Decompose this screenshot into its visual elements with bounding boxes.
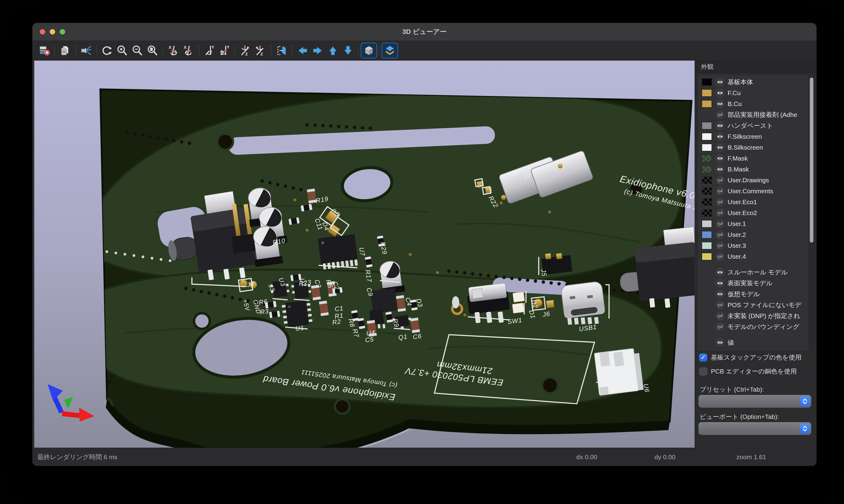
- visibility-off-icon[interactable]: [716, 301, 725, 309]
- value-row[interactable]: 値: [697, 337, 809, 348]
- layer-row[interactable]: User.4: [697, 251, 809, 262]
- scrollbar-thumb[interactable]: [810, 77, 813, 242]
- 3d-viewport-canvas[interactable]: Exidiophone v6.0 Audio Board(c) Tomoya M…: [34, 60, 694, 448]
- viewport-select[interactable]: [699, 422, 811, 435]
- layer-color-swatch[interactable]: [702, 155, 712, 162]
- redraw-button[interactable]: [100, 43, 115, 58]
- rotate-x-counterclockwise-button[interactable]: X: [181, 43, 196, 58]
- layer-row[interactable]: User.Comments: [697, 186, 809, 197]
- layer-row[interactable]: ハンダペースト: [697, 120, 809, 131]
- visibility-on-icon[interactable]: [716, 88, 725, 97]
- layer-row[interactable]: F.Silkscreen: [697, 131, 809, 142]
- checkbox-icon[interactable]: ✓: [699, 354, 707, 362]
- rotate-x-clockwise-button[interactable]: X: [166, 43, 181, 58]
- pan-right-button[interactable]: [310, 43, 325, 58]
- visibility-on-icon[interactable]: [716, 165, 725, 174]
- layer-color-swatch[interactable]: [702, 100, 712, 108]
- model-row[interactable]: POS ファイルにないモデ: [697, 300, 809, 310]
- visibility-on-icon[interactable]: [716, 268, 725, 277]
- model-row[interactable]: モデルのバウンディング: [697, 321, 809, 332]
- visibility-on-icon[interactable]: [716, 338, 725, 347]
- appearance-panel-toggle-button[interactable]: [382, 43, 397, 58]
- visibility-on-icon[interactable]: [716, 121, 725, 130]
- layer-row[interactable]: 基板本体: [697, 77, 809, 88]
- visibility-on-icon[interactable]: [716, 100, 725, 108]
- layer-color-swatch[interactable]: [702, 187, 712, 195]
- layer-row[interactable]: B.Cu: [697, 98, 809, 109]
- model-row[interactable]: スルーホール モデル: [697, 267, 809, 278]
- checkbox-icon[interactable]: ✓: [699, 367, 707, 376]
- use-stackup-colors-checkbox[interactable]: ✓ 基板スタックアップの色を使用: [699, 353, 801, 362]
- layer-color-swatch[interactable]: [702, 133, 712, 140]
- pan-left-button[interactable]: [295, 43, 310, 58]
- stepper-icon[interactable]: [800, 396, 810, 407]
- layer-row[interactable]: B.Silkscreen: [697, 142, 809, 153]
- zoom-in-button[interactable]: [115, 43, 130, 58]
- pan-down-button[interactable]: [341, 43, 356, 58]
- layer-row[interactable]: User.Drawings: [697, 175, 809, 186]
- reload-board-button[interactable]: [37, 43, 52, 58]
- visibility-on-icon[interactable]: [716, 154, 725, 163]
- layer-row[interactable]: User.Eco2: [697, 208, 809, 218]
- layer-row[interactable]: B.Mask: [697, 164, 809, 175]
- model-label: POS ファイルにないモデ: [728, 301, 802, 309]
- layer-color-swatch[interactable]: [702, 253, 712, 260]
- layer-color-swatch[interactable]: [702, 198, 712, 206]
- visibility-off-icon[interactable]: [716, 311, 725, 321]
- visibility-on-icon[interactable]: [716, 278, 725, 288]
- visibility-off-icon[interactable]: [716, 252, 725, 261]
- layer-row[interactable]: User.Eco1: [697, 197, 809, 208]
- preset-select[interactable]: [699, 395, 811, 408]
- layer-color-swatch[interactable]: [702, 220, 712, 228]
- layer-color-swatch[interactable]: [702, 78, 712, 86]
- layer-row[interactable]: F.Mask: [697, 153, 809, 164]
- layer-color-swatch[interactable]: [702, 144, 712, 151]
- rotate-y-counterclockwise-button[interactable]: Y: [217, 43, 232, 58]
- model-row[interactable]: 仮想モデル: [697, 289, 809, 300]
- visibility-off-icon[interactable]: [716, 197, 725, 206]
- layer-color-swatch[interactable]: [702, 242, 712, 249]
- model-row[interactable]: 未実装 (DNP) が指定され: [697, 310, 809, 321]
- visibility-off-icon[interactable]: [716, 322, 725, 331]
- visibility-off-icon[interactable]: [716, 186, 725, 196]
- rotate-y-clockwise-button[interactable]: Y: [202, 43, 217, 58]
- pan-up-button[interactable]: [325, 43, 341, 58]
- visibility-on-icon[interactable]: [716, 132, 725, 141]
- appearance-layer-list[interactable]: 基板本体F.CuB.Cu部品実装用接着剤 (AdheハンダペーストF.Silks…: [697, 74, 815, 352]
- flip-board-button[interactable]: [274, 43, 289, 58]
- visibility-off-icon[interactable]: [716, 219, 725, 228]
- layer-row[interactable]: User.3: [697, 240, 809, 251]
- zoom-to-fit-button[interactable]: [145, 43, 160, 58]
- 3d-viewport[interactable]: Exidiophone v6.0 Audio Board(c) Tomoya M…: [34, 60, 694, 448]
- model-row[interactable]: 表面実装モデル: [697, 278, 809, 289]
- layer-color-swatch[interactable]: [702, 89, 712, 96]
- visibility-on-icon[interactable]: [716, 143, 725, 152]
- svg-text:R6: R6: [258, 298, 268, 306]
- layer-color-swatch[interactable]: [702, 122, 712, 129]
- render-current-view-button[interactable]: [79, 43, 94, 58]
- use-pcb-editor-copper-checkbox[interactable]: ✓ PCB エディターの銅色を使用: [699, 367, 797, 376]
- visibility-on-icon[interactable]: [716, 290, 725, 299]
- layer-color-swatch[interactable]: [702, 231, 712, 238]
- visibility-off-icon[interactable]: [716, 230, 725, 239]
- visibility-off-icon[interactable]: [716, 241, 725, 250]
- layer-row[interactable]: 部品実装用接着剤 (Adhe: [697, 109, 809, 120]
- layer-color-swatch[interactable]: [702, 209, 712, 217]
- stepper-icon[interactable]: [800, 424, 810, 434]
- visibility-off-icon[interactable]: [716, 209, 725, 217]
- visibility-off-icon[interactable]: [716, 176, 725, 185]
- title-bar[interactable]: 3D ビューアー: [32, 23, 816, 41]
- layer-row[interactable]: User.1: [697, 218, 809, 229]
- visibility-on-icon[interactable]: [716, 77, 725, 87]
- layer-color-swatch[interactable]: [702, 166, 712, 173]
- layer-color-swatch[interactable]: [702, 177, 712, 184]
- orthographic-toggle-button[interactable]: [361, 43, 377, 58]
- visibility-off-icon[interactable]: [716, 110, 725, 119]
- rotate-z-counterclockwise-button[interactable]: Z: [253, 43, 268, 58]
- copy-image-button[interactable]: [57, 43, 73, 58]
- scrollbar-track[interactable]: [809, 75, 814, 351]
- rotate-z-clockwise-button[interactable]: Z: [238, 43, 253, 58]
- zoom-out-button[interactable]: [130, 43, 145, 58]
- layer-row[interactable]: User.2: [697, 229, 809, 240]
- layer-row[interactable]: F.Cu: [697, 88, 809, 98]
